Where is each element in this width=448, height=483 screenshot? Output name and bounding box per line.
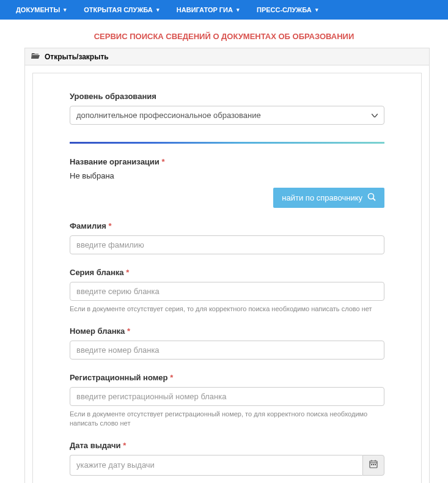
svg-rect-6 [371,464,372,465]
nav-press[interactable]: ПРЕСС-СЛУЖБА ▾ [248,6,327,13]
series-label-text: Серия бланка [70,268,124,277]
number-input[interactable] [70,341,384,359]
nav-label: НАВИГАТОР ГИА [177,6,233,13]
reference-lookup-button[interactable]: найти по справочнику [273,188,384,208]
date-section: Дата выдачи * [70,441,384,476]
required-marker: * [126,268,129,277]
series-label: Серия бланка * [70,268,384,277]
date-input[interactable] [70,455,362,476]
org-label-text: Название организации [70,157,160,166]
number-section: Номер бланка * [70,326,384,359]
chevron-down-icon: ▾ [64,7,67,13]
nav-gia[interactable]: НАВИГАТОР ГИА ▾ [168,6,248,13]
form-container: Уровень образования дополнительное профе… [32,73,422,483]
svg-line-1 [373,199,376,201]
panel-header-label: Открыть/закрыть [45,53,109,61]
level-label: Уровень образования [70,92,384,101]
surname-input[interactable] [70,235,384,254]
date-label: Дата выдачи * [70,441,384,450]
nav-label: ДОКУМЕНТЫ [16,6,60,13]
org-section: Название организации * Не выбрана найти … [70,157,384,208]
nav-label: ПРЕСС-СЛУЖБА [257,6,312,13]
required-marker: * [127,326,130,336]
series-input[interactable] [70,282,384,301]
chevron-down-icon: ▾ [156,7,160,13]
required-marker: * [108,221,111,230]
reg-label: Регистрационный номер * [70,373,384,382]
org-value: Не выбрана [70,171,384,180]
nav-label: ОТКРЫТАЯ СЛУЖБА [84,6,153,13]
main-panel: Открыть/закрыть Уровень образования допо… [24,48,430,483]
org-label: Название организации * [70,157,384,166]
nav-open-service[interactable]: ОТКРЫТАЯ СЛУЖБА ▾ [75,6,168,13]
date-label-text: Дата выдачи [70,441,121,450]
required-marker: * [161,157,164,166]
number-label: Номер бланка * [70,326,384,336]
surname-label-text: Фамилия [70,221,106,230]
panel-header[interactable]: Открыть/закрыть [25,48,429,65]
surname-section: Фамилия * [70,221,384,254]
reg-label-text: Регистрационный номер [70,373,168,382]
series-hint: Если в документе отсутствует серия, то д… [70,304,384,313]
svg-rect-8 [375,464,376,465]
date-input-group [70,455,384,476]
ref-button-label: найти по справочнику [282,193,362,202]
calendar-icon [369,460,378,471]
divider [70,142,384,144]
chevron-down-icon: ▾ [237,7,240,13]
level-section: Уровень образования дополнительное профе… [70,92,384,125]
nav-documents[interactable]: ДОКУМЕНТЫ ▾ [7,6,75,13]
required-marker: * [170,373,173,382]
search-icon [367,193,376,203]
top-navigation: ДОКУМЕНТЫ ▾ ОТКРЫТАЯ СЛУЖБА ▾ НАВИГАТОР … [0,0,448,20]
chevron-down-icon: ▾ [315,7,318,13]
page-title-bar: СЕРВИС ПОИСКА СВЕДЕНИЙ О ДОКУМЕНТАХ ОБ О… [0,20,448,48]
reg-input[interactable] [70,387,384,406]
reg-hint: Если в документе отсутствует регистрацио… [70,410,384,427]
number-label-text: Номер бланка [70,326,125,336]
page-title: СЕРВИС ПОИСКА СВЕДЕНИЙ О ДОКУМЕНТАХ ОБ О… [94,32,354,41]
level-select[interactable]: дополнительное профессиональное образова… [70,106,384,125]
folder-open-icon [31,52,40,61]
date-picker-button[interactable] [362,455,384,476]
svg-rect-7 [373,464,374,465]
required-marker: * [123,441,126,450]
surname-label: Фамилия * [70,221,384,230]
svg-point-0 [369,194,374,199]
series-section: Серия бланка * Если в документе отсутств… [70,268,384,313]
reg-section: Регистрационный номер * Если в документе… [70,373,384,427]
